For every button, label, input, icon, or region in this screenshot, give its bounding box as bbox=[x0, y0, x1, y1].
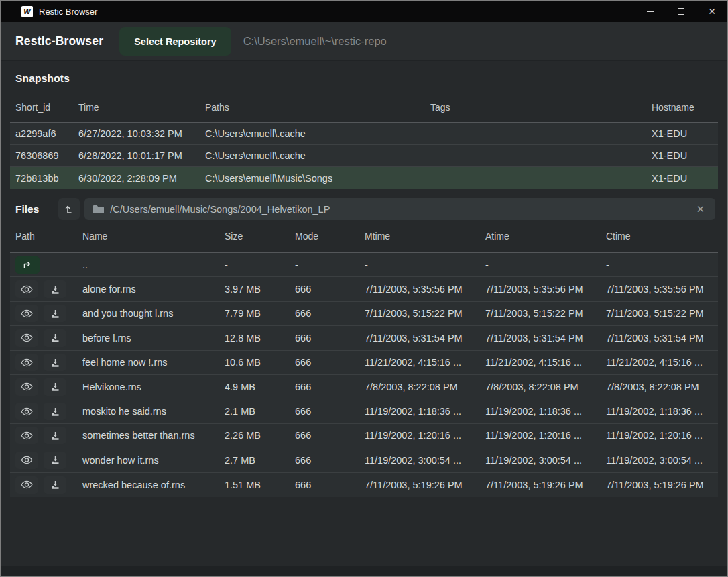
preview-button[interactable] bbox=[15, 403, 38, 420]
column-header: Mode bbox=[295, 231, 365, 242]
file-name: .. bbox=[82, 260, 225, 270]
preview-button[interactable] bbox=[15, 476, 38, 494]
snapshot-paths: C:\Users\emuell\.cache bbox=[205, 128, 430, 139]
file-row[interactable]: wonder how it.rns2.7 MB66611/19/2002, 3:… bbox=[10, 448, 718, 472]
column-header: Size bbox=[225, 231, 295, 242]
file-size: - bbox=[225, 260, 295, 270]
close-icon: ✕ bbox=[708, 7, 716, 16]
file-actions bbox=[15, 427, 82, 444]
column-header: Mtime bbox=[365, 231, 485, 242]
download-button[interactable] bbox=[44, 452, 66, 469]
preview-button[interactable] bbox=[15, 305, 38, 322]
minimize-icon bbox=[647, 11, 654, 11]
file-ctime: 11/19/2002, 1:20:16 ... bbox=[606, 430, 718, 441]
eye-icon bbox=[21, 358, 33, 368]
file-size: 1.51 MB bbox=[225, 480, 295, 490]
file-mode: - bbox=[295, 260, 365, 270]
file-actions bbox=[15, 452, 82, 469]
file-row[interactable]: feel home now !.rns10.6 MB66611/21/2002,… bbox=[10, 351, 718, 375]
repository-path: C:\Users\emuell\~\restic-repo bbox=[243, 35, 387, 48]
file-size: 2.26 MB bbox=[225, 430, 295, 441]
file-name: alone for.rns bbox=[82, 284, 225, 295]
file-mode: 666 bbox=[295, 480, 365, 490]
snapshot-row[interactable]: 763068696/28/2022, 10:01:17 PMC:\Users\e… bbox=[10, 145, 718, 167]
close-button[interactable]: ✕ bbox=[696, 1, 727, 22]
preview-button[interactable] bbox=[15, 427, 38, 444]
preview-button[interactable] bbox=[15, 354, 38, 371]
parent-directory-row[interactable]: .. - - - - - bbox=[10, 253, 718, 277]
select-repository-button[interactable]: Select Repository bbox=[119, 27, 231, 56]
file-mtime: 11/19/2002, 3:00:54 ... bbox=[365, 455, 485, 466]
snapshot-time: 6/28/2022, 10:01:17 PM bbox=[78, 150, 205, 161]
app-logo-icon: W bbox=[21, 6, 33, 17]
file-size: 10.6 MB bbox=[225, 357, 295, 368]
eye-icon bbox=[21, 309, 33, 319]
download-icon bbox=[50, 480, 60, 490]
file-row[interactable]: and you thought l.rns7.79 MB6667/11/2003… bbox=[10, 302, 718, 326]
snapshot-row[interactable]: a2299af66/27/2022, 10:03:32 PMC:\Users\e… bbox=[10, 123, 718, 145]
file-mtime: 11/19/2002, 1:18:36 ... bbox=[365, 406, 485, 417]
file-actions bbox=[15, 476, 82, 494]
download-button[interactable] bbox=[44, 280, 66, 298]
titlebar: W Restic Browser ✕ bbox=[1, 1, 727, 22]
preview-button[interactable] bbox=[15, 378, 38, 396]
file-atime: 11/21/2002, 4:15:16 ... bbox=[485, 357, 606, 368]
download-button[interactable] bbox=[44, 354, 66, 371]
parent-directory-button[interactable] bbox=[58, 198, 80, 220]
files-table-header: Path Name Size Mode Mtime Atime Ctime bbox=[10, 220, 718, 253]
file-mtime: 7/11/2003, 5:15:22 PM bbox=[365, 308, 485, 319]
files-table-body: alone for.rns3.97 MB6667/11/2003, 5:35:5… bbox=[1, 277, 727, 497]
clear-path-button[interactable]: ✕ bbox=[693, 202, 707, 217]
file-mtime: 7/11/2003, 5:19:26 PM bbox=[365, 480, 485, 490]
file-ctime: 7/11/2003, 5:15:22 PM bbox=[606, 308, 718, 319]
file-name: moskito he said.rns bbox=[82, 406, 225, 417]
maximize-button[interactable] bbox=[666, 1, 696, 22]
file-row[interactable]: before l.rns12.8 MB6667/11/2003, 5:31:54… bbox=[10, 326, 718, 350]
file-mode: 666 bbox=[295, 430, 365, 441]
snapshot-hostname: X1-EDU bbox=[652, 173, 718, 184]
file-row[interactable]: sometimes better than.rns2.26 MB66611/19… bbox=[10, 424, 718, 448]
current-path-input[interactable]: /C/Users/emuell/Music/Songs/2004_Helveti… bbox=[84, 198, 715, 220]
file-row[interactable]: moskito he said.rns2.1 MB66611/19/2002, … bbox=[10, 399, 718, 423]
file-row[interactable]: Helvikone.rns4.9 MB6667/8/2003, 8:22:08 … bbox=[10, 375, 718, 399]
download-button[interactable] bbox=[44, 403, 66, 420]
download-button[interactable] bbox=[44, 427, 66, 444]
file-actions bbox=[15, 354, 82, 371]
download-button[interactable] bbox=[44, 329, 66, 347]
eye-icon bbox=[21, 382, 33, 392]
window-controls: ✕ bbox=[635, 1, 727, 22]
file-row[interactable]: wrecked because of.rns1.51 MB6667/11/200… bbox=[10, 473, 718, 497]
eye-icon bbox=[21, 480, 33, 490]
file-size: 12.8 MB bbox=[225, 333, 295, 344]
eye-icon bbox=[21, 407, 33, 417]
preview-button[interactable] bbox=[15, 452, 38, 469]
file-actions bbox=[15, 378, 82, 396]
preview-button[interactable] bbox=[15, 280, 38, 298]
file-row[interactable]: alone for.rns3.97 MB6667/11/2003, 5:35:5… bbox=[10, 277, 718, 301]
current-path-value: /C/Users/emuell/Music/Songs/2004_Helveti… bbox=[110, 204, 693, 215]
file-name: wrecked because of.rns bbox=[82, 480, 225, 490]
snapshot-row[interactable]: 72b813bb6/30/2022, 2:28:09 PMC:\Users\em… bbox=[10, 167, 718, 189]
column-header: Atime bbox=[485, 231, 606, 242]
app-window: W Restic Browser ✕ Restic-Browser Select… bbox=[0, 0, 728, 577]
column-header: Time bbox=[78, 102, 205, 113]
file-atime: 7/11/2003, 5:15:22 PM bbox=[485, 308, 606, 319]
file-mtime: 7/11/2003, 5:31:54 PM bbox=[365, 333, 485, 344]
minimize-button[interactable] bbox=[635, 1, 666, 22]
snapshot-short_id: 72b813bb bbox=[15, 173, 78, 184]
file-ctime: 11/19/2002, 1:18:36 ... bbox=[606, 406, 718, 417]
eye-icon bbox=[21, 455, 33, 465]
file-mtime: - bbox=[365, 260, 485, 270]
snapshots-table-header: Short_id Time Paths Tags Hostname bbox=[10, 92, 718, 123]
download-button[interactable] bbox=[44, 305, 66, 322]
preview-button[interactable] bbox=[15, 329, 38, 347]
window-bottom-strip bbox=[1, 566, 727, 576]
download-button[interactable] bbox=[44, 378, 66, 396]
file-atime: 7/11/2003, 5:31:54 PM bbox=[485, 333, 606, 344]
eye-icon bbox=[21, 333, 33, 343]
go-up-button[interactable] bbox=[15, 256, 40, 274]
download-button[interactable] bbox=[44, 476, 66, 494]
file-atime: 7/11/2003, 5:35:56 PM bbox=[485, 284, 606, 295]
file-ctime: - bbox=[606, 260, 718, 270]
file-mode: 666 bbox=[295, 333, 365, 344]
